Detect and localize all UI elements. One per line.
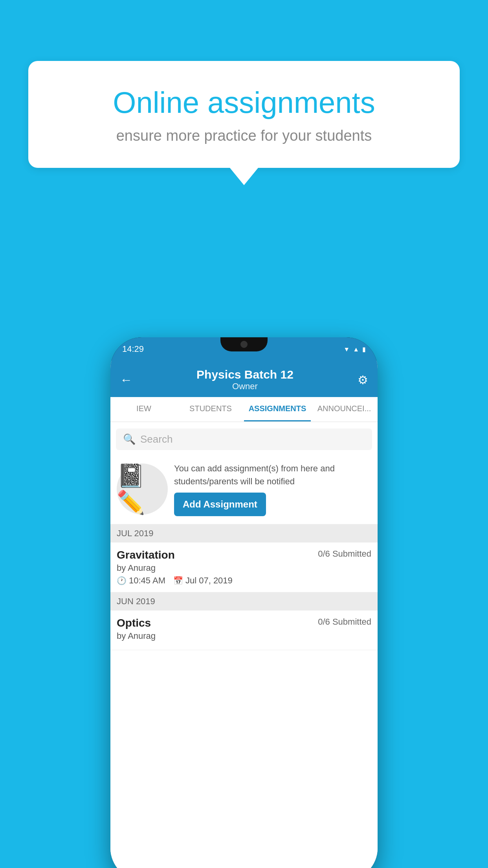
assignment-submitted-optics: 0/6 Submitted	[318, 617, 371, 627]
tab-iew[interactable]: IEW	[110, 397, 177, 421]
status-icons	[343, 345, 366, 353]
assignment-meta-gravitation: 🕐 10:45 AM 📅 Jul 07, 2019	[117, 576, 371, 586]
header-title: Physics Batch 12	[132, 368, 358, 381]
search-bar[interactable]: 🔍 Search	[116, 428, 372, 450]
promo-icon-circle: 📓✏️	[117, 463, 168, 515]
tab-announcements[interactable]: ANNOUNCEI...	[311, 397, 378, 421]
speech-bubble-arrow	[230, 168, 258, 185]
speech-bubble: Online assignments ensure more practice …	[28, 61, 460, 168]
phone-notch	[220, 337, 268, 351]
tab-students[interactable]: STUDENTS	[177, 397, 244, 421]
battery-icon	[362, 345, 366, 353]
assignment-item-gravitation[interactable]: Gravitation 0/6 Submitted by Anurag 🕐 10…	[110, 542, 378, 592]
signal-icon	[353, 345, 359, 353]
assignment-date-value: Jul 07, 2019	[185, 576, 233, 586]
tab-assignments[interactable]: ASSIGNMENTS	[244, 397, 311, 421]
bubble-title: Online assignments	[56, 85, 432, 120]
add-assignment-button[interactable]: Add Assignment	[174, 493, 266, 516]
settings-icon[interactable]: ⚙	[358, 373, 368, 387]
promo-text: You can add assignment(s) from here and …	[174, 462, 371, 488]
phone-frame: 14:29 ← Physics Batch 12 Owner ⚙ IEW STU…	[110, 337, 378, 868]
assignment-name-optics: Optics	[117, 617, 151, 629]
status-bar: 14:29	[110, 337, 378, 361]
search-placeholder: Search	[140, 433, 172, 445]
bubble-subtitle: ensure more practice for your students	[56, 127, 432, 144]
header-subtitle: Owner	[132, 381, 358, 392]
search-icon: 🔍	[123, 433, 136, 445]
assignment-time-value: 10:45 AM	[129, 576, 165, 586]
section-header-jul: JUL 2019	[110, 524, 378, 542]
app-header: ← Physics Batch 12 Owner ⚙	[110, 361, 378, 397]
back-button[interactable]: ←	[120, 373, 132, 387]
section-header-jun: JUN 2019	[110, 592, 378, 611]
assignment-by-optics: by Anurag	[117, 631, 371, 641]
speech-bubble-wrapper: Online assignments ensure more practice …	[28, 61, 460, 185]
phone-screen: ← Physics Batch 12 Owner ⚙ IEW STUDENTS …	[110, 361, 378, 868]
calendar-icon: 📅	[173, 576, 183, 585]
assignment-name-gravitation: Gravitation	[117, 549, 175, 561]
assignment-top-optics: Optics 0/6 Submitted	[117, 617, 371, 629]
assignment-by-gravitation: by Anurag	[117, 563, 371, 573]
clock-icon: 🕐	[117, 576, 127, 585]
assignment-top: Gravitation 0/6 Submitted	[117, 549, 371, 561]
assignment-time: 🕐 10:45 AM	[117, 576, 165, 586]
promo-right: You can add assignment(s) from here and …	[174, 462, 371, 516]
assignment-submitted-gravitation: 0/6 Submitted	[318, 549, 371, 559]
tabs-bar: IEW STUDENTS ASSIGNMENTS ANNOUNCEI...	[110, 397, 378, 422]
header-center: Physics Batch 12 Owner	[132, 368, 358, 392]
content-area: 🔍 Search 📓✏️ You can add assignment(s) f…	[110, 422, 378, 868]
assignment-date: 📅 Jul 07, 2019	[173, 576, 233, 586]
front-camera	[240, 341, 248, 348]
status-time: 14:29	[122, 344, 144, 354]
notebook-icon: 📓✏️	[117, 462, 168, 516]
assignment-item-optics[interactable]: Optics 0/6 Submitted by Anurag	[110, 611, 378, 650]
promo-block: 📓✏️ You can add assignment(s) from here …	[110, 456, 378, 524]
wifi-icon	[343, 345, 350, 353]
